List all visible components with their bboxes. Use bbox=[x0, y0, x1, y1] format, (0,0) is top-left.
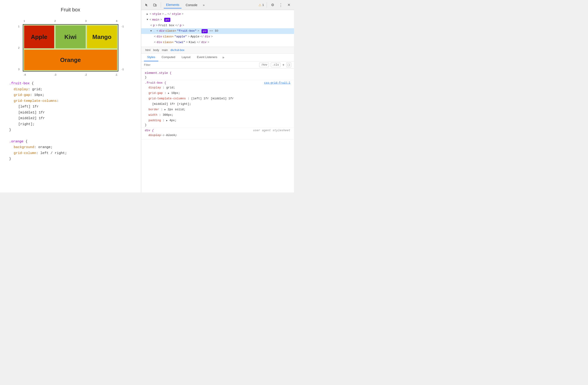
fruit-box-title: Fruit box bbox=[61, 7, 80, 13]
cls-button[interactable]: .cls bbox=[271, 63, 281, 67]
elements-tab-button[interactable]: Elements bbox=[164, 1, 182, 8]
layout-tab-button[interactable]: Layout bbox=[178, 54, 194, 61]
user-agent-label: user agent stylesheet bbox=[253, 129, 290, 132]
filter-input[interactable] bbox=[144, 63, 257, 66]
breadcrumb-bar: html body main div.fruit-box bbox=[141, 47, 294, 54]
console-tab-button[interactable]: Console bbox=[183, 2, 199, 8]
device-icon bbox=[153, 3, 157, 7]
element-style-block: element.style { } bbox=[141, 70, 294, 80]
tree-kiwi-element[interactable]: <div class="kiwi" > Kiwi </div> bbox=[141, 40, 294, 45]
orange-code: .orange { background: orange; grid-colum… bbox=[9, 139, 132, 162]
event-listeners-tab-button[interactable]: Event Listeners bbox=[194, 54, 220, 61]
add-rule-button[interactable]: + bbox=[282, 63, 284, 67]
breadcrumb-html[interactable]: html bbox=[144, 48, 152, 52]
filter-bar: :hov .cls + bbox=[141, 62, 294, 68]
css-selector-orange: .orange bbox=[9, 140, 23, 144]
mango-cell: Mango bbox=[87, 25, 117, 48]
div-rule-block: div { user agent stylesheet display : bl… bbox=[141, 128, 294, 139]
svg-rect-0 bbox=[153, 4, 155, 6]
warning-badge: ⚠ 1 bbox=[258, 3, 264, 7]
tree-apple-element[interactable]: <div class="apple" > Apple </div> bbox=[141, 34, 294, 40]
css-selector: .fruit-box bbox=[9, 82, 30, 86]
warning-count: 1 bbox=[262, 3, 264, 7]
fruit-box-rule-block: .fruit-box { css-grid-fruit:1 display : … bbox=[141, 80, 294, 128]
fruit-box-grid-badge[interactable]: grid bbox=[202, 29, 208, 33]
apple-cell: Apple bbox=[24, 25, 54, 48]
left-panel: Fruit box 1 2 3 4 -4 -3 -2 -1 1 2 3 -1 -… bbox=[0, 0, 141, 192]
warning-icon: ⚠ bbox=[258, 3, 261, 7]
grid-numbers-top: 1 2 3 4 bbox=[24, 20, 118, 22]
breadcrumb-body[interactable]: body bbox=[152, 48, 161, 52]
grid-gap-expand[interactable]: ▶ bbox=[168, 92, 169, 95]
toolbar-divider-2 bbox=[267, 2, 267, 8]
settings-button[interactable]: ⚙ bbox=[270, 2, 275, 8]
html-tree: ▶ <style> … </style> ▼ <main> grid <p> F… bbox=[141, 10, 294, 47]
more-tabs-button[interactable]: » bbox=[202, 2, 206, 8]
padding-expand[interactable]: ▶ bbox=[166, 119, 168, 122]
toolbar-divider-1 bbox=[161, 2, 161, 8]
styles-tabs-bar: Styles Computed Layout Event Listeners » bbox=[141, 54, 294, 62]
grid-numbers-right: -1 -1 bbox=[122, 25, 124, 71]
tree-style-element[interactable]: ▶ <style> … </style> bbox=[141, 11, 294, 17]
fruit-box-code: .fruit-box { display: grid; grid-gap: 10… bbox=[9, 81, 132, 133]
border-expand[interactable]: ▶ bbox=[165, 108, 166, 111]
fruit-grid: Apple Kiwi Mango Orange bbox=[23, 24, 118, 71]
grid-visualization: 1 2 3 4 -4 -3 -2 -1 1 2 3 -1 -1 Apple Ki… bbox=[23, 24, 118, 71]
fruit-box-css-selector[interactable]: .fruit-box { bbox=[145, 81, 166, 85]
breadcrumb-main[interactable]: main bbox=[161, 48, 169, 52]
cursor-tool-button[interactable] bbox=[144, 2, 150, 8]
kiwi-cell: Kiwi bbox=[56, 25, 86, 48]
breadcrumb-div-fruit-box[interactable]: div.fruit-box bbox=[169, 48, 186, 52]
tree-p-element[interactable]: <p> Fruit box </p> bbox=[141, 23, 294, 28]
svg-rect-1 bbox=[155, 4, 156, 6]
devtools-toolbar: Elements Console » ⚠ 1 ⚙ ⋮ ✕ bbox=[141, 0, 294, 10]
div-css-selector: div { bbox=[145, 129, 154, 132]
grid-numbers-left: 1 2 3 bbox=[18, 25, 20, 71]
tree-fruit-box-element[interactable]: ▼ … <div class="fruit-box" > grid == $0 bbox=[141, 28, 294, 34]
hov-button[interactable]: :hov bbox=[259, 63, 269, 67]
box-inspect-button[interactable] bbox=[152, 2, 158, 8]
fruit-box-css-source[interactable]: css-grid-fruit:1 bbox=[264, 81, 290, 85]
close-button[interactable]: ✕ bbox=[286, 2, 292, 8]
grid-numbers-bottom: -4 -3 -2 -1 bbox=[24, 73, 118, 76]
svg-rect-3 bbox=[289, 64, 290, 66]
main-grid-badge[interactable]: grid bbox=[164, 18, 170, 22]
element-style-selector: element.style { bbox=[145, 71, 171, 75]
cursor-icon bbox=[145, 3, 148, 7]
more-options-button[interactable]: ⋮ bbox=[277, 1, 284, 8]
styles-more-button[interactable]: » bbox=[220, 54, 226, 61]
sidebar-arrow-icon bbox=[288, 64, 290, 66]
tree-main-element[interactable]: ▼ <main> grid bbox=[141, 17, 294, 23]
css-rules-panel: element.style { } .fruit-box { css-grid-… bbox=[141, 68, 294, 192]
orange-cell: Orange bbox=[24, 50, 117, 70]
computed-tab-button[interactable]: Computed bbox=[158, 54, 178, 61]
toggle-sidebar-button[interactable] bbox=[286, 63, 291, 67]
styles-tab-button[interactable]: Styles bbox=[144, 54, 158, 61]
code-section: .fruit-box { display: grid; grid-gap: 10… bbox=[4, 81, 136, 168]
devtools-panel: Elements Console » ⚠ 1 ⚙ ⋮ ✕ ▶ <style> …… bbox=[141, 0, 294, 192]
